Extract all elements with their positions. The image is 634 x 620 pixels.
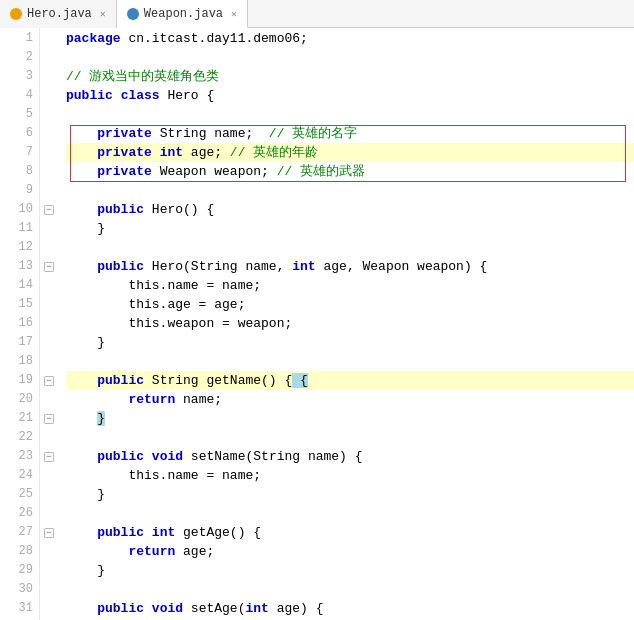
gutter-item-27[interactable]: −	[40, 523, 58, 542]
line-numbers: 1234567891011121314151617181920212223242…	[0, 28, 40, 620]
gutter-item-19[interactable]: −	[40, 371, 58, 390]
tab-weapon[interactable]: Weapon.java ✕	[117, 0, 248, 28]
line-number-12: 12	[0, 238, 33, 257]
tab-hero-icon	[10, 8, 22, 20]
line-number-26: 26	[0, 504, 33, 523]
fold-icon-27[interactable]: −	[44, 528, 54, 538]
code-line-31: public void setAge(int age) {	[66, 599, 634, 618]
tab-hero[interactable]: Hero.java ✕	[0, 0, 117, 28]
code-line-28: return age;	[66, 542, 634, 561]
code-line-4: public class Hero {	[66, 86, 634, 105]
line-number-2: 2	[0, 48, 33, 67]
line-number-9: 9	[0, 181, 33, 200]
line-number-27: 27	[0, 523, 33, 542]
gutter-item-11	[40, 219, 58, 238]
line-number-6: 6	[0, 124, 33, 143]
code-line-13: public Hero(String name, int age, Weapon…	[66, 257, 634, 276]
tab-bar: Hero.java ✕ Weapon.java ✕	[0, 0, 634, 28]
line-number-4: 4	[0, 86, 33, 105]
gutter-item-10[interactable]: −	[40, 200, 58, 219]
code-line-16: this.weapon = weapon;	[66, 314, 634, 333]
gutter-item-31	[40, 599, 58, 618]
line-number-30: 30	[0, 580, 33, 599]
gutter-item-13[interactable]: −	[40, 257, 58, 276]
line-number-15: 15	[0, 295, 33, 314]
fold-icon-19[interactable]: −	[44, 376, 54, 386]
tab-weapon-icon	[127, 8, 139, 20]
line-number-19: 19	[0, 371, 33, 390]
gutter-item-29	[40, 561, 58, 580]
code-line-8: private Weapon weapon; // 英雄的武器	[66, 162, 634, 181]
code-line-12	[66, 238, 634, 257]
line-number-10: 10	[0, 200, 33, 219]
code-line-18	[66, 352, 634, 371]
code-line-15: this.age = age;	[66, 295, 634, 314]
line-number-5: 5	[0, 105, 33, 124]
line-number-7: 7	[0, 143, 33, 162]
code-line-6: private String name; // 英雄的名字	[66, 124, 634, 143]
line-number-3: 3	[0, 67, 33, 86]
fold-icon-13[interactable]: −	[44, 262, 54, 272]
code-wrapper: package cn.itcast.day11.demo06; // 游戏当中的…	[66, 29, 634, 618]
gutter-item-14	[40, 276, 58, 295]
line-number-20: 20	[0, 390, 33, 409]
code-line-30	[66, 580, 634, 599]
code-area[interactable]: package cn.itcast.day11.demo06; // 游戏当中的…	[58, 28, 634, 620]
line-number-25: 25	[0, 485, 33, 504]
gutter-item-26	[40, 504, 58, 523]
code-line-23: public void setName(String name) {	[66, 447, 634, 466]
line-number-21: 21	[0, 409, 33, 428]
gutter-item-23[interactable]: −	[40, 447, 58, 466]
code-line-19: public String getName() { {	[66, 371, 634, 390]
fold-icon-21[interactable]: −	[44, 414, 54, 424]
gutter-item-7	[40, 143, 58, 162]
editor: 1234567891011121314151617181920212223242…	[0, 28, 634, 620]
code-line-17: }	[66, 333, 634, 352]
code-line-26	[66, 504, 634, 523]
line-number-24: 24	[0, 466, 33, 485]
gutter-item-1	[40, 29, 58, 48]
code-line-29: }	[66, 561, 634, 580]
gutter-item-6	[40, 124, 58, 143]
line-number-28: 28	[0, 542, 33, 561]
gutter-item-22	[40, 428, 58, 447]
code-line-1: package cn.itcast.day11.demo06;	[66, 29, 634, 48]
line-number-31: 31	[0, 599, 33, 618]
code-line-20: return name;	[66, 390, 634, 409]
code-line-25: }	[66, 485, 634, 504]
gutter-item-25	[40, 485, 58, 504]
tab-weapon-close[interactable]: ✕	[231, 8, 237, 20]
tab-weapon-label: Weapon.java	[144, 7, 223, 21]
gutter-item-4	[40, 86, 58, 105]
gutter-item-15	[40, 295, 58, 314]
fold-icon-10[interactable]: −	[44, 205, 54, 215]
gutter-item-28	[40, 542, 58, 561]
code-line-14: this.name = name;	[66, 276, 634, 295]
gutter-item-8	[40, 162, 58, 181]
gutter-item-30	[40, 580, 58, 599]
line-number-29: 29	[0, 561, 33, 580]
gutter-item-18	[40, 352, 58, 371]
gutter-item-17	[40, 333, 58, 352]
gutter-item-24	[40, 466, 58, 485]
gutter-item-3	[40, 67, 58, 86]
gutter: −−−−−−	[40, 28, 58, 620]
code-line-24: this.name = name;	[66, 466, 634, 485]
line-number-18: 18	[0, 352, 33, 371]
line-number-13: 13	[0, 257, 33, 276]
code-line-11: }	[66, 219, 634, 238]
gutter-item-20	[40, 390, 58, 409]
tab-hero-close[interactable]: ✕	[100, 8, 106, 20]
code-line-5	[66, 105, 634, 124]
gutter-item-2	[40, 48, 58, 67]
line-number-22: 22	[0, 428, 33, 447]
gutter-item-21[interactable]: −	[40, 409, 58, 428]
code-line-9	[66, 181, 634, 200]
code-line-10: public Hero() {	[66, 200, 634, 219]
code-line-22	[66, 428, 634, 447]
code-line-21: }	[66, 409, 634, 428]
line-number-8: 8	[0, 162, 33, 181]
line-number-16: 16	[0, 314, 33, 333]
fold-icon-23[interactable]: −	[44, 452, 54, 462]
line-number-17: 17	[0, 333, 33, 352]
